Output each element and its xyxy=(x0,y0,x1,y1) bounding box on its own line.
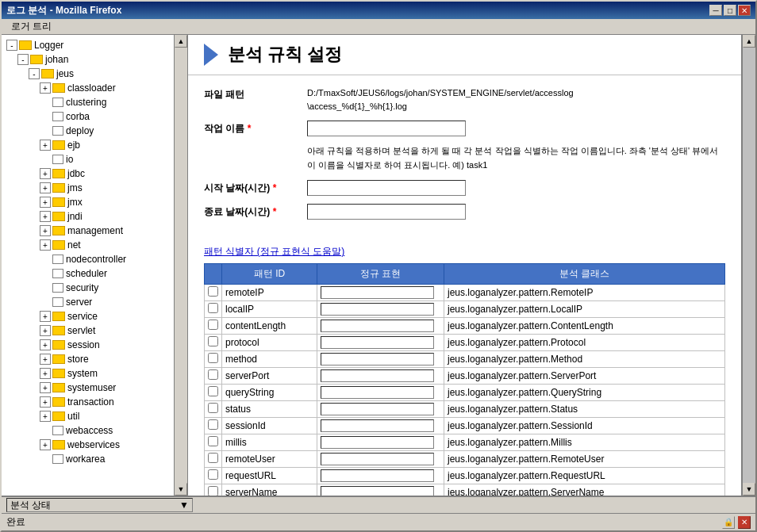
window-controls[interactable]: ─ □ ✕ xyxy=(709,5,751,16)
tree-item-johan[interactable]: - johan xyxy=(2,52,174,67)
row-regex-cell-millis[interactable] xyxy=(317,434,444,451)
row-regex-input-remoteUser[interactable] xyxy=(321,453,434,465)
row-regex-cell-serverPort[interactable] xyxy=(317,368,444,385)
expand-webservices[interactable]: + xyxy=(40,439,51,450)
row-regex-cell-sessionId[interactable] xyxy=(317,418,444,434)
tree-item-system[interactable]: + system xyxy=(2,366,174,381)
row-regex-cell-remoteUser[interactable] xyxy=(317,451,444,468)
row-regex-input-protocol[interactable] xyxy=(321,336,434,349)
expand-service[interactable]: + xyxy=(40,311,51,322)
expand-jndi[interactable]: + xyxy=(40,211,51,222)
tree-item-webservices[interactable]: + webservices xyxy=(2,438,174,452)
tree-item-deploy[interactable]: deploy xyxy=(2,124,174,138)
expand-store[interactable]: + xyxy=(40,354,51,365)
row-checkbox-cell[interactable] xyxy=(205,434,222,451)
tree-item-classloader[interactable]: + classloader xyxy=(2,81,174,95)
tree-item-store[interactable]: + store xyxy=(2,352,174,366)
row-checkbox-requestURL[interactable] xyxy=(208,469,218,480)
row-checkbox-cell[interactable] xyxy=(205,351,222,368)
row-checkbox-protocol[interactable] xyxy=(208,336,218,346)
tree-item-systemuser[interactable]: + systemuser xyxy=(2,381,174,395)
minimize-button[interactable]: ─ xyxy=(709,5,722,16)
expand-jmx[interactable]: + xyxy=(40,197,51,208)
scroll-track[interactable] xyxy=(175,48,187,483)
row-checkbox-remoteIP[interactable] xyxy=(208,286,218,297)
row-regex-input-method[interactable] xyxy=(321,353,434,366)
row-regex-input-sessionId[interactable] xyxy=(321,419,434,432)
tree-item-workarea[interactable]: workarea xyxy=(2,452,174,466)
tree-item-jdbc[interactable]: + jdbc xyxy=(2,166,174,181)
row-checkbox-cell[interactable] xyxy=(205,385,222,401)
expand-systemuser[interactable]: + xyxy=(40,382,51,393)
end-date-input[interactable] xyxy=(307,204,466,220)
row-checkbox-status[interactable] xyxy=(208,403,218,413)
row-regex-input-contentLength[interactable] xyxy=(321,320,434,332)
tree-item-webaccess[interactable]: webaccess xyxy=(2,423,174,438)
tree-item-jmx[interactable]: + jmx xyxy=(2,195,174,209)
bottom-icon-stop[interactable]: ✕ xyxy=(738,516,751,529)
scroll-up-button[interactable]: ▲ xyxy=(175,35,187,48)
tree-item-management[interactable]: + management xyxy=(2,224,174,238)
tree-item-jeus[interactable]: - jeus xyxy=(2,67,174,81)
row-regex-input-millis[interactable] xyxy=(321,436,434,449)
tree-item-util[interactable]: + util xyxy=(2,409,174,423)
expand-logger[interactable]: - xyxy=(6,40,17,51)
tree-scrollbar[interactable]: ▲ ▼ xyxy=(174,35,187,496)
row-checkbox-remoteUser[interactable] xyxy=(208,453,218,463)
expand-system[interactable]: + xyxy=(40,368,51,379)
row-checkbox-cell[interactable] xyxy=(205,301,222,318)
expand-management[interactable]: + xyxy=(40,225,51,236)
expand-transaction[interactable]: + xyxy=(40,396,51,408)
expand-servlet[interactable]: + xyxy=(40,325,51,336)
expand-jeus[interactable]: - xyxy=(29,68,40,79)
tree-item-net[interactable]: + net xyxy=(2,238,174,252)
row-checkbox-millis[interactable] xyxy=(208,436,218,446)
row-regex-cell-method[interactable] xyxy=(317,351,444,368)
tree-item-corba[interactable]: corba xyxy=(2,109,174,124)
expand-net[interactable]: + xyxy=(40,239,51,251)
row-checkbox-serverName[interactable] xyxy=(208,486,218,496)
row-regex-input-queryString[interactable] xyxy=(321,386,434,399)
close-button[interactable]: ✕ xyxy=(738,5,751,16)
row-regex-input-localIP[interactable] xyxy=(321,303,434,316)
row-checkbox-serverPort[interactable] xyxy=(208,369,218,380)
tree-item-server[interactable]: server xyxy=(2,295,174,309)
tree-item-transaction[interactable]: + transaction xyxy=(2,395,174,409)
row-checkbox-contentLength[interactable] xyxy=(208,320,218,330)
maximize-button[interactable]: □ xyxy=(724,5,736,16)
tree-item-security[interactable]: security xyxy=(2,281,174,295)
main-scrollbar[interactable]: ▲ ▼ xyxy=(741,35,755,496)
row-checkbox-localIP[interactable] xyxy=(208,303,218,313)
tree-item-jms[interactable]: + jms xyxy=(2,181,174,195)
row-regex-input-remoteIP[interactable] xyxy=(321,286,434,299)
tree-item-nodecontroller[interactable]: nodecontroller xyxy=(2,252,174,266)
pattern-identifier-link[interactable]: 패턴 식별자 (정규 표현식 도움말) xyxy=(204,245,344,258)
tree-item-io[interactable]: io xyxy=(2,152,174,166)
expand-classloader[interactable]: + xyxy=(40,82,51,94)
row-checkbox-cell[interactable] xyxy=(205,451,222,468)
row-regex-input-requestURL[interactable] xyxy=(321,469,434,482)
expand-jms[interactable]: + xyxy=(40,182,51,193)
menu-item-logger-tree[interactable]: 로거 트리 xyxy=(5,18,58,35)
main-scroll-up[interactable]: ▲ xyxy=(743,35,755,48)
tree-item-service[interactable]: + service xyxy=(2,309,174,323)
row-regex-input-status[interactable] xyxy=(321,403,434,415)
row-checkbox-cell[interactable] xyxy=(205,401,222,418)
row-checkbox-cell[interactable] xyxy=(205,484,222,496)
expand-johan[interactable]: - xyxy=(17,54,29,65)
main-scroll-down[interactable]: ▼ xyxy=(743,483,755,496)
row-regex-cell-serverName[interactable] xyxy=(317,484,444,496)
row-checkbox-cell[interactable] xyxy=(205,368,222,385)
row-checkbox-cell[interactable] xyxy=(205,418,222,434)
row-regex-cell-requestURL[interactable] xyxy=(317,468,444,484)
tree-item-jndi[interactable]: + jndi xyxy=(2,209,174,224)
row-checkbox-queryString[interactable] xyxy=(208,386,218,396)
row-regex-cell-localIP[interactable] xyxy=(317,301,444,318)
row-regex-input-serverName[interactable] xyxy=(321,486,434,496)
row-regex-cell-contentLength[interactable] xyxy=(317,318,444,335)
row-regex-cell-protocol[interactable] xyxy=(317,335,444,351)
tree-item-ejb[interactable]: + ejb xyxy=(2,138,174,152)
tree-item-servlet[interactable]: + servlet xyxy=(2,323,174,338)
row-checkbox-cell[interactable] xyxy=(205,318,222,335)
job-name-input[interactable] xyxy=(307,121,466,136)
